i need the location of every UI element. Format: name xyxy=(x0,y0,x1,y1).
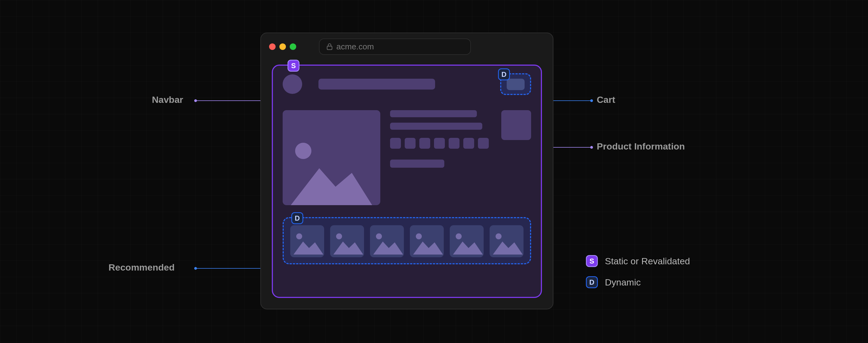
logo-placeholder xyxy=(283,74,302,94)
legend-badge-dynamic: D xyxy=(586,276,598,288)
traffic-lights xyxy=(269,43,296,50)
swatch-placeholder[interactable] xyxy=(448,138,460,149)
swatch-placeholder[interactable] xyxy=(420,138,430,149)
product-image-placeholder xyxy=(283,110,380,205)
badge-dynamic: D xyxy=(498,68,510,80)
recommended-item[interactable] xyxy=(410,225,444,257)
connector-dot xyxy=(590,146,593,149)
recommended-item[interactable] xyxy=(330,225,364,257)
label-recommended: Recommended xyxy=(108,262,175,273)
label-product-info: Product Information xyxy=(597,141,685,152)
svg-rect-0 xyxy=(327,46,332,50)
legend-static-row: S Static or Revalidated xyxy=(586,255,690,267)
legend-dynamic-row: D Dynamic xyxy=(586,276,690,288)
swatch-placeholder[interactable] xyxy=(478,138,489,149)
browser-chrome: acme.com xyxy=(261,33,553,60)
connector-recommended xyxy=(195,268,262,269)
swatch-placeholder[interactable] xyxy=(434,138,445,149)
close-icon[interactable] xyxy=(269,43,276,50)
browser-window: acme.com S D xyxy=(260,33,553,309)
static-region: S D xyxy=(272,65,542,298)
badge-static: S xyxy=(287,60,300,72)
text-line-placeholder xyxy=(390,110,477,117)
zoom-icon[interactable] xyxy=(290,43,296,50)
label-navbar: Navbar xyxy=(152,94,183,105)
label-cart: Cart xyxy=(597,94,615,105)
address-bar[interactable]: acme.com xyxy=(319,38,471,55)
swatch-placeholder[interactable] xyxy=(390,138,401,149)
navbar-region: D xyxy=(283,73,531,95)
swatch-placeholder[interactable] xyxy=(463,138,474,149)
cart-button-placeholder[interactable] xyxy=(507,79,525,90)
recommended-item[interactable] xyxy=(490,225,524,257)
connector-dot xyxy=(194,267,197,270)
minimize-icon[interactable] xyxy=(279,43,286,50)
lock-icon xyxy=(327,43,333,50)
connector-dot xyxy=(590,99,593,102)
product-info-region xyxy=(283,110,531,205)
recommended-item[interactable] xyxy=(290,225,324,257)
swatch-row xyxy=(390,138,492,149)
recommended-region: D xyxy=(283,217,531,264)
legend-dynamic-label: Dynamic xyxy=(605,277,641,288)
url-text: acme.com xyxy=(336,42,374,51)
recommended-item[interactable] xyxy=(450,225,484,257)
connector-dot xyxy=(194,99,197,102)
page-content: S D xyxy=(261,60,553,309)
badge-dynamic: D xyxy=(291,212,303,224)
diagram-canvas: Navbar Recommended Cart Product Informat… xyxy=(0,0,868,343)
recommended-item[interactable] xyxy=(370,225,404,257)
legend-badge-static: S xyxy=(586,255,598,267)
legend: S Static or Revalidated D Dynamic xyxy=(586,255,690,288)
swatch-placeholder[interactable] xyxy=(405,138,415,149)
nav-title-placeholder xyxy=(318,79,435,90)
button-placeholder[interactable] xyxy=(390,160,444,168)
cart-region: D xyxy=(500,73,531,95)
legend-static-label: Static or Revalidated xyxy=(605,256,690,267)
product-thumbnail-placeholder xyxy=(501,110,531,140)
connector-navbar xyxy=(195,100,262,101)
product-details xyxy=(390,110,492,205)
text-line-placeholder xyxy=(390,123,482,130)
